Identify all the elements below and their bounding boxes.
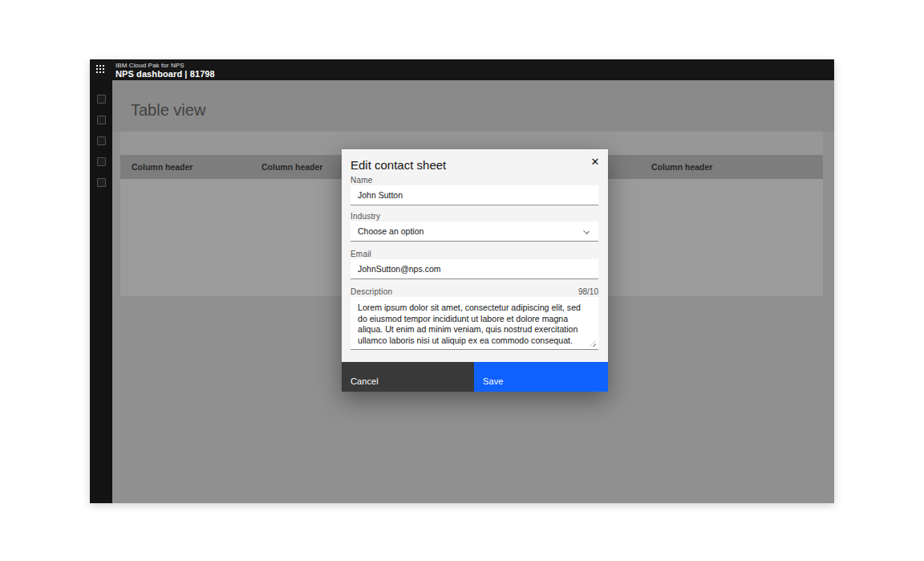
nav-item-icon-1[interactable] xyxy=(97,95,106,104)
top-header-bar: IBM Cloud Pak for NPS NPS dashboard | 81… xyxy=(90,59,834,80)
email-label: Email xyxy=(351,250,598,259)
table-column-header: Column header xyxy=(640,155,823,179)
header-product-name: IBM Cloud Pak for NPS xyxy=(116,62,215,69)
email-field-group: Email xyxy=(351,250,598,279)
description-textarea[interactable]: Lorem ipsum dolor sit amet, consectetur … xyxy=(351,297,598,350)
page-title: Table view xyxy=(131,101,205,120)
cancel-button[interactable]: Cancel xyxy=(342,362,474,392)
edit-contact-sheet-modal: Edit contact sheet ✕ Name Industry Choos… xyxy=(342,149,608,392)
industry-selected-value: Choose an option xyxy=(358,226,424,236)
screen: IBM Cloud Pak for NPS NPS dashboard | 81… xyxy=(0,0,924,561)
description-label: Description xyxy=(351,287,392,297)
character-counter: 98/10 xyxy=(578,287,598,297)
industry-field-group: Industry Choose an option xyxy=(351,212,598,242)
nav-item-icon-2[interactable] xyxy=(97,116,106,124)
modal-title: Edit contact sheet xyxy=(351,157,598,173)
modal-form: Name Industry Choose an option Email xyxy=(351,176,598,350)
header-text: IBM Cloud Pak for NPS NPS dashboard | 81… xyxy=(116,62,215,79)
nav-item-icon-5[interactable] xyxy=(97,178,106,187)
header-dashboard-title: NPS dashboard | 81798 xyxy=(116,69,215,79)
save-button[interactable]: Save xyxy=(474,362,608,392)
modal-footer: Cancel Save xyxy=(342,362,608,392)
name-field-group: Name xyxy=(351,176,598,205)
industry-dropdown[interactable]: Choose an option xyxy=(351,222,598,242)
left-nav xyxy=(90,80,112,503)
nav-item-icon-4[interactable] xyxy=(97,157,106,166)
close-icon[interactable]: ✕ xyxy=(587,154,603,170)
page-title-band: Table view xyxy=(112,80,834,132)
nav-item-icon-3[interactable] xyxy=(97,136,106,145)
industry-label: Industry xyxy=(351,212,598,222)
chevron-down-icon xyxy=(583,228,590,234)
email-input[interactable] xyxy=(351,259,598,279)
app-switcher-icon[interactable] xyxy=(96,65,107,75)
app-window: IBM Cloud Pak for NPS NPS dashboard | 81… xyxy=(90,59,834,503)
description-field-group: Description 98/10 Lorem ipsum dolor sit … xyxy=(351,287,598,350)
name-label: Name xyxy=(351,176,598,185)
name-input[interactable] xyxy=(351,185,598,205)
table-column-header: Column header xyxy=(120,155,250,179)
